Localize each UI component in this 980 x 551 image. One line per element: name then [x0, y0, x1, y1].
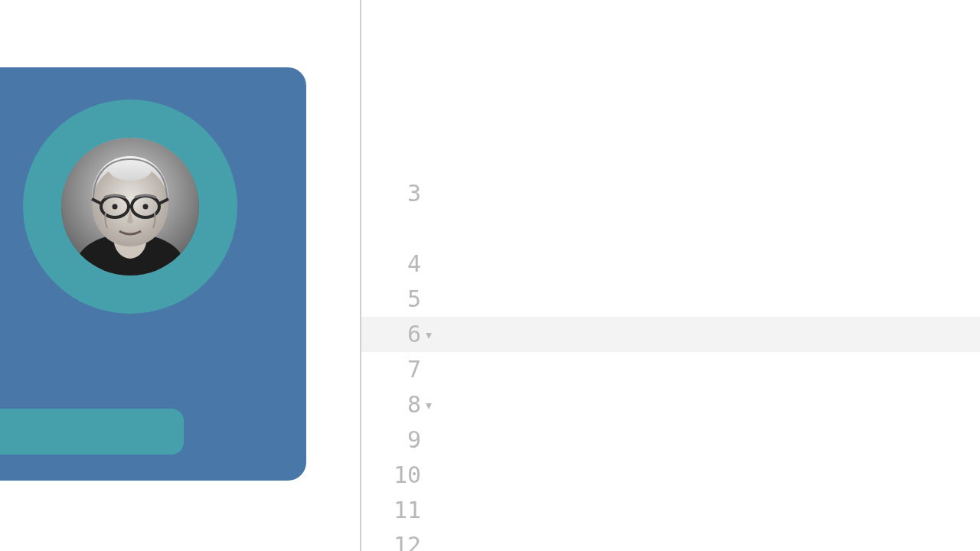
line-number: 6	[361, 317, 421, 352]
active-line-highlight	[361, 317, 980, 352]
line-number: 7	[361, 352, 421, 387]
app-root: 345678910111213141516 font-family: syste…	[0, 0, 980, 551]
svg-point-6	[143, 204, 149, 210]
line-number-gutter: 345678910111213141516	[361, 176, 429, 551]
preview-pane	[0, 0, 360, 551]
line-number: 11	[361, 493, 421, 528]
line-number: 4	[361, 246, 421, 282]
line-number: 3	[361, 176, 421, 211]
code-editor[interactable]: 345678910111213141516 font-family: syste…	[361, 0, 980, 551]
svg-point-5	[113, 204, 118, 210]
line-number: 8	[361, 387, 421, 422]
card-badge	[0, 409, 184, 455]
line-number	[361, 211, 421, 246]
avatar-portrait-icon	[61, 138, 199, 276]
line-number: 10	[361, 458, 421, 493]
line-number: 9	[361, 422, 421, 458]
line-number: 12	[361, 528, 421, 551]
avatar	[61, 138, 199, 276]
line-number: 5	[361, 282, 421, 317]
